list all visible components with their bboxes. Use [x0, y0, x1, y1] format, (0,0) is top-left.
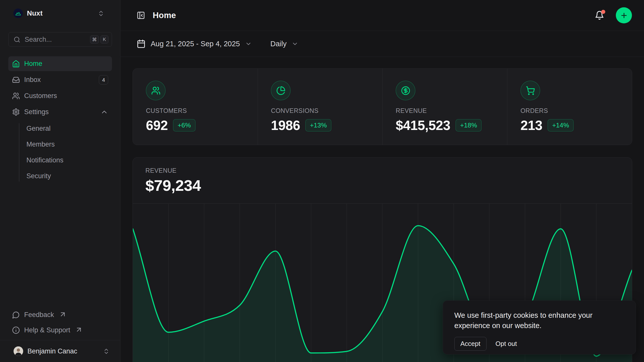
stat-delta-badge: +18%	[456, 119, 481, 131]
kbd-cmd: ⌘	[90, 35, 99, 43]
plus-icon	[620, 12, 628, 19]
stat-value: 692	[146, 118, 168, 133]
chevron-up-icon	[100, 108, 108, 116]
sidebar-item-security[interactable]: Security	[8, 168, 112, 184]
date-range-value: Aug 21, 2025 - Sep 4, 2025	[151, 40, 240, 48]
stat-label: ORDERS	[520, 107, 619, 114]
main-area: Home	[120, 0, 644, 362]
home-icon	[12, 60, 20, 68]
page-title: Home	[153, 11, 176, 20]
notification-dot	[601, 10, 605, 14]
stat-delta-badge: +14%	[548, 119, 574, 131]
granularity-value: Daily	[270, 40, 287, 48]
nuxt-logo-icon	[13, 9, 23, 18]
optout-cookies-button[interactable]: Opt out	[496, 340, 517, 348]
sidebar-item-settings[interactable]: Settings	[8, 105, 112, 119]
chevron-down-icon	[292, 40, 298, 47]
stats-row: CUSTOMERS 692 +6% CONVERSIONS 1986 +13%	[133, 68, 632, 145]
stat-label: REVENUE	[396, 107, 494, 114]
panel-left-close-icon	[137, 11, 145, 20]
calendar-icon	[137, 39, 146, 48]
user-menu[interactable]: Benjamin Canac	[0, 340, 120, 362]
avatar	[14, 346, 23, 356]
nav-label: Help & Support	[24, 326, 70, 334]
inbox-count-badge: 4	[99, 75, 108, 84]
stat-label: CONVERSIONS	[271, 107, 369, 114]
search-icon	[14, 36, 20, 43]
topbar: Home	[120, 0, 644, 31]
stat-delta-badge: +6%	[173, 119, 195, 131]
external-link-icon	[59, 310, 67, 318]
stat-card-customers[interactable]: CUSTOMERS 692 +6%	[133, 69, 258, 145]
user-name: Benjamin Canac	[27, 347, 99, 355]
search-placeholder: Search...	[25, 36, 89, 43]
nav-label: Inbox	[24, 76, 41, 84]
stat-value: $415,523	[396, 118, 450, 133]
settings-subnav: General Members Notifications Security	[8, 121, 112, 184]
stat-card-orders[interactable]: ORDERS 213 +14%	[507, 69, 632, 145]
message-bubble-icon	[12, 311, 20, 319]
sidebar: Nuxt Search... ⌘ K Home	[0, 0, 120, 362]
workspace-name: Nuxt	[27, 9, 98, 17]
workspace-switcher[interactable]: Nuxt	[8, 6, 112, 21]
chevron-down-icon	[245, 40, 252, 47]
stat-value: 1986	[271, 118, 300, 133]
sidebar-footer: Feedback Help & Support	[8, 308, 112, 337]
stat-card-revenue[interactable]: REVENUE $415,523 +18%	[382, 69, 507, 145]
cookie-message: We use first-party cookies to enhance yo…	[454, 310, 624, 331]
accept-cookies-button[interactable]: Accept	[454, 337, 487, 351]
sidebar-nav: Home Inbox 4 Customers Settings	[8, 56, 112, 184]
nav-label: Home	[24, 60, 42, 68]
inbox-icon	[12, 76, 20, 84]
sidebar-spacer	[0, 184, 120, 308]
gear-icon	[12, 108, 20, 116]
stat-delta-badge: +13%	[305, 119, 331, 131]
revenue-chart-label: REVENUE	[145, 167, 619, 174]
sidebar-item-general[interactable]: General	[8, 121, 112, 137]
sidebar-item-notifications[interactable]: Notifications	[8, 152, 112, 168]
kbd-k: K	[100, 35, 108, 43]
shopping-cart-icon	[520, 81, 540, 100]
users-icon	[12, 92, 20, 100]
users-icon	[146, 81, 166, 100]
bell-icon	[595, 11, 604, 20]
revenue-chart-value: $79,234	[145, 176, 619, 194]
collapse-sidebar-button[interactable]	[137, 11, 145, 20]
notifications-button[interactable]	[595, 11, 604, 20]
nav-label: Feedback	[24, 311, 54, 319]
chevrons-up-down-icon	[98, 10, 104, 17]
nav-label: Settings	[24, 108, 49, 116]
sidebar-item-home[interactable]: Home	[8, 56, 112, 71]
search-input[interactable]: Search... ⌘ K	[8, 32, 112, 47]
add-button[interactable]	[616, 7, 632, 23]
pie-chart-icon	[271, 81, 291, 100]
nav-label: Customers	[24, 92, 57, 100]
filters-toolbar: Aug 21, 2025 - Sep 4, 2025 Daily	[120, 31, 644, 57]
granularity-select[interactable]: Daily	[270, 40, 298, 48]
stat-card-conversions[interactable]: CONVERSIONS 1986 +13%	[258, 69, 382, 145]
external-link-icon	[75, 326, 83, 334]
sidebar-item-inbox[interactable]: Inbox 4	[8, 72, 112, 87]
date-range-picker[interactable]: Aug 21, 2025 - Sep 4, 2025	[137, 39, 252, 48]
sidebar-item-members[interactable]: Members	[8, 137, 112, 152]
sidebar-item-customers[interactable]: Customers	[8, 88, 112, 103]
info-circle-icon	[12, 326, 20, 334]
circle-dollar-icon	[396, 81, 415, 100]
stat-label: CUSTOMERS	[146, 107, 245, 114]
app: Nuxt Search... ⌘ K Home	[0, 0, 644, 362]
cookie-banner: We use first-party cookies to enhance yo…	[443, 300, 636, 354]
chevrons-up-down-icon	[103, 348, 110, 355]
stat-value: 213	[520, 118, 542, 133]
help-support-link[interactable]: Help & Support	[8, 323, 112, 337]
feedback-link[interactable]: Feedback	[8, 308, 112, 322]
